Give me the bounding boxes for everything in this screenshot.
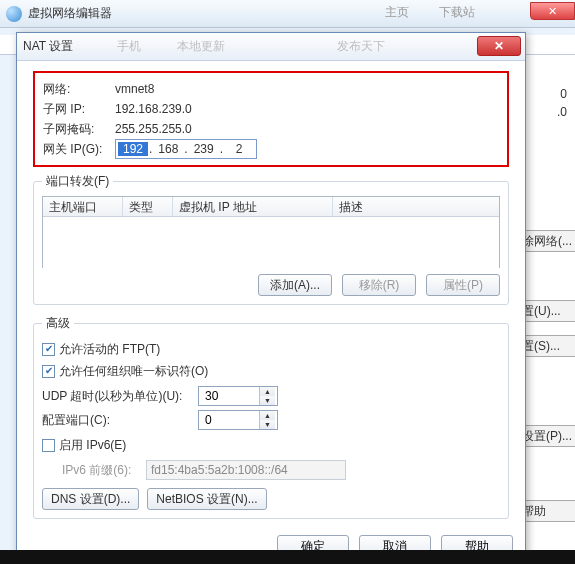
label-subnet: 子网 IP:	[43, 101, 115, 118]
remove-button[interactable]: 移除(R)	[342, 274, 416, 296]
ghost-1: 手机	[117, 38, 141, 55]
value-network: vmnet8	[115, 82, 154, 96]
port-forward-table[interactable]: 主机端口 类型 虚拟机 IP 地址 描述	[42, 196, 500, 268]
nat-settings-dialog: NAT 设置 手机 本地更新 发布天下 ✕ 网络: vmnet8 子网 IP: …	[16, 32, 526, 560]
table-header: 主机端口 类型 虚拟机 IP 地址 描述	[43, 197, 499, 217]
properties-button[interactable]: 属性(P)	[426, 274, 500, 296]
toolbar-ghost-2: 下载站	[439, 4, 475, 21]
row-org: 允许任何组织唯一标识符(O)	[42, 360, 500, 382]
label-udp: UDP 超时(以秒为单位)(U):	[42, 388, 192, 405]
checkbox-org[interactable]	[42, 365, 55, 378]
label-network: 网络:	[43, 81, 115, 98]
dialog-titlebar[interactable]: NAT 设置 手机 本地更新 发布天下 ✕	[17, 33, 525, 61]
ghost-3: 发布天下	[337, 38, 385, 55]
label-ipv6: 启用 IPv6(E)	[59, 437, 126, 454]
app-icon	[6, 6, 22, 22]
col-vmip[interactable]: 虚拟机 IP 地址	[173, 197, 333, 216]
row-network: 网络: vmnet8	[43, 79, 499, 99]
row-gateway: 网关 IP(G): 192. 168. 239. 2	[43, 139, 499, 159]
network-info-box: 网络: vmnet8 子网 IP: 192.168.239.0 子网掩码: 25…	[33, 71, 509, 167]
row-ipv6: 启用 IPv6(E)	[42, 434, 500, 456]
row-mask: 子网掩码: 255.255.255.0	[43, 119, 499, 139]
config-port-input[interactable]	[199, 411, 259, 429]
spinner-down-icon[interactable]: ▼	[260, 396, 275, 405]
fieldset-port-forward: 端口转发(F) 主机端口 类型 虚拟机 IP 地址 描述 添加(A)... 移除…	[33, 173, 509, 305]
checkbox-ipv6[interactable]	[42, 439, 55, 452]
value-subnet: 192.168.239.0	[115, 102, 192, 116]
right-val-0: 0	[560, 87, 567, 101]
label-cfgport: 配置端口(C):	[42, 412, 192, 429]
spinner-up-icon[interactable]: ▲	[260, 411, 275, 420]
advanced-buttons: DNS 设置(D)... NetBIOS 设置(N)...	[42, 488, 500, 510]
spinner-up-icon[interactable]: ▲	[260, 387, 275, 396]
ghost-2: 本地更新	[177, 38, 225, 55]
label-ftp: 允许活动的 FTP(T)	[59, 341, 160, 358]
dns-settings-button[interactable]: DNS 设置(D)...	[42, 488, 139, 510]
ip-octet-2[interactable]: 168	[153, 142, 183, 156]
dialog-title: NAT 设置	[23, 38, 73, 55]
parent-close-button[interactable]: ✕	[530, 2, 575, 20]
value-mask: 255.255.255.0	[115, 122, 192, 136]
row-ipv6-prefix: IPv6 前缀(6):	[62, 460, 500, 480]
row-subnet: 子网 IP: 192.168.239.0	[43, 99, 499, 119]
netbios-settings-button[interactable]: NetBIOS 设置(N)...	[147, 488, 266, 510]
dialog-body: 网络: vmnet8 子网 IP: 192.168.239.0 子网掩码: 25…	[17, 61, 525, 535]
label-gateway: 网关 IP(G):	[43, 141, 115, 158]
checkbox-ftp[interactable]	[42, 343, 55, 356]
row-ftp: 允许活动的 FTP(T)	[42, 338, 500, 360]
legend-advanced: 高级	[42, 315, 74, 332]
label-org: 允许任何组织唯一标识符(O)	[59, 363, 208, 380]
parent-toolbar: 主页 下载站	[385, 4, 475, 21]
port-forward-buttons: 添加(A)... 移除(R) 属性(P)	[42, 274, 500, 296]
dialog-close-button[interactable]: ✕	[477, 36, 521, 56]
ip-octet-4[interactable]: 2	[224, 142, 254, 156]
ip-octet-3[interactable]: 239	[189, 142, 219, 156]
taskbar-fragment	[0, 550, 575, 564]
config-port-spinner[interactable]: ▲▼	[198, 410, 278, 430]
ipv6-prefix-input	[146, 460, 346, 480]
gateway-ip-input[interactable]: 192. 168. 239. 2	[115, 139, 257, 159]
udp-timeout-spinner[interactable]: ▲▼	[198, 386, 278, 406]
spinner-down-icon[interactable]: ▼	[260, 420, 275, 429]
parent-title: 虚拟网络编辑器	[28, 5, 112, 22]
col-type[interactable]: 类型	[123, 197, 173, 216]
fieldset-advanced: 高级 允许活动的 FTP(T) 允许任何组织唯一标识符(O) UDP 超时(以秒…	[33, 315, 509, 519]
row-udp-timeout: UDP 超时(以秒为单位)(U): ▲▼	[42, 386, 500, 406]
add-button[interactable]: 添加(A)...	[258, 274, 332, 296]
parent-titlebar: 虚拟网络编辑器	[0, 0, 575, 28]
toolbar-ghost-1: 主页	[385, 4, 409, 21]
label-mask: 子网掩码:	[43, 121, 115, 138]
col-desc[interactable]: 描述	[333, 197, 499, 216]
table-body-empty[interactable]	[43, 217, 499, 269]
udp-timeout-input[interactable]	[199, 387, 259, 405]
right-val-ip: .0	[557, 105, 567, 119]
col-hostport[interactable]: 主机端口	[43, 197, 123, 216]
row-config-port: 配置端口(C): ▲▼	[42, 410, 500, 430]
legend-port-forward: 端口转发(F)	[42, 173, 113, 190]
ip-octet-1[interactable]: 192	[118, 142, 148, 156]
label-ipv6-prefix: IPv6 前缀(6):	[62, 462, 140, 479]
